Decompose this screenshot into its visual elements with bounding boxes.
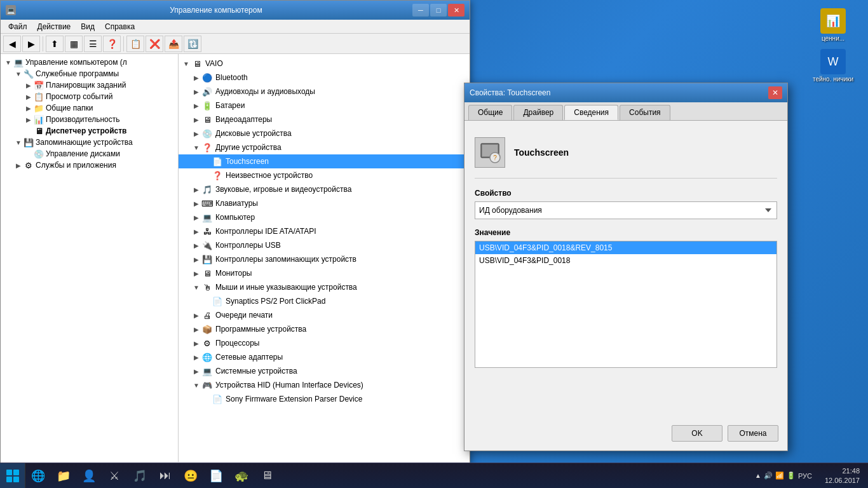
tab-events[interactable]: События <box>620 105 670 120</box>
device-computer[interactable]: ▶ 💻 Компьютер <box>179 210 470 224</box>
expand-video: ▶ <box>191 114 201 125</box>
expand-storage-ctrl: ▶ <box>191 254 201 264</box>
menu-action[interactable]: Действие <box>32 21 76 32</box>
keyboard-lang[interactable]: РУС <box>798 472 812 480</box>
toolbar-sep-1 <box>43 36 43 51</box>
window-content: ▼ 💻 Управление компьютером (л ▼ 🔧 Служеб… <box>1 54 470 462</box>
desktop-icon-1-label: ценни... <box>822 35 844 42</box>
taskbar-sword[interactable]: ⚔ <box>102 463 127 489</box>
label-computer: Компьютер <box>215 213 255 222</box>
network-icon[interactable]: 📶 <box>775 471 784 480</box>
desktop-icon-2[interactable]: W тейно. ничики <box>804 47 862 85</box>
taskbar-face[interactable]: 😐 <box>178 463 203 489</box>
device-network[interactable]: ▶ 🌐 Сетевые адаптеры <box>179 350 470 364</box>
menu-bar: Файл Действие Вид Справка <box>1 20 470 34</box>
device-vaio[interactable]: ▼ 🖥 VAIO <box>179 57 470 71</box>
menu-file[interactable]: Файл <box>3 21 32 32</box>
dialog-close-button[interactable]: ✕ <box>768 86 782 99</box>
device-system[interactable]: ▶ 💻 Системные устройства <box>179 364 470 378</box>
taskbar-media[interactable]: ⏭ <box>153 463 178 489</box>
taskbar-doc[interactable]: 📄 <box>203 463 229 489</box>
icon-computer: 💻 <box>201 212 213 223</box>
tree-icon-events: 📋 <box>34 92 44 102</box>
property-select[interactable]: ИД оборудования <box>475 201 777 219</box>
chevron-up-icon[interactable]: ▲ <box>755 472 761 479</box>
tree-item-perf[interactable]: ▶ 📊 Производительность <box>1 114 178 125</box>
device-keyboards[interactable]: ▶ ⌨ Клавиатуры <box>179 196 470 210</box>
taskbar-explorer[interactable]: 📁 <box>51 463 76 489</box>
minimize-button[interactable]: ─ <box>412 4 429 17</box>
device-hid[interactable]: ▼ 🎮 Устройства HID (Human Interface Devi… <box>179 378 470 392</box>
toolbar-forward[interactable]: ▶ <box>22 36 40 52</box>
toolbar-delete[interactable]: ❌ <box>146 36 163 52</box>
toolbar-list[interactable]: ☰ <box>84 36 102 52</box>
tree-item-tools[interactable]: ▼ 🔧 Служебные программы <box>1 68 178 79</box>
maximize-button[interactable]: □ <box>430 4 447 17</box>
tree-item-folders[interactable]: ▶ 📁 Общие папки <box>1 102 178 114</box>
device-print[interactable]: ▶ 🖨 Очереди печати <box>179 308 470 322</box>
toolbar-refresh[interactable]: 🔃 <box>184 36 201 52</box>
device-bluetooth[interactable]: ▶ 🔵 Bluetooth <box>179 71 470 85</box>
device-other[interactable]: ▼ ❓ Другие устройства <box>179 140 470 154</box>
toolbar-copy[interactable]: 📋 <box>126 36 144 52</box>
device-storage-ctrl[interactable]: ▶ 💾 Контроллеры запоминающих устройств <box>179 252 470 266</box>
tab-details[interactable]: Сведения <box>564 105 618 120</box>
expand-icon-storage: ▼ <box>13 137 24 147</box>
icon-network: 🌐 <box>201 351 213 363</box>
values-item-1[interactable]: USB\VID_04F3&PID_0018 <box>475 254 776 267</box>
device-disk[interactable]: ▶ 💿 Дисковые устройства <box>179 126 470 140</box>
device-processors[interactable]: ▶ ⚙ Процессоры <box>179 336 470 350</box>
tab-general[interactable]: Общие <box>468 105 512 120</box>
device-touchscreen[interactable]: 📄 Touchscreen <box>179 154 470 168</box>
taskbar-chrome[interactable]: 🌐 <box>25 463 51 489</box>
taskbar-user[interactable]: 👤 <box>76 463 102 489</box>
tree-item-diskmgmt[interactable]: 💿 Управление дисками <box>1 148 178 159</box>
toolbar-up[interactable]: ⬆ <box>46 36 64 52</box>
tree-icon-perf: 📊 <box>34 114 44 125</box>
label-sound: Звуковые, игровые и видеоустройства <box>215 185 351 194</box>
tree-item-storage[interactable]: ▼ 💾 Запоминающие устройства <box>1 137 178 148</box>
taskbar-monitor[interactable]: 🖥 <box>254 463 280 489</box>
menu-view[interactable]: Вид <box>76 21 100 32</box>
device-monitors[interactable]: ▶ 🖥 Мониторы <box>179 266 470 280</box>
taskbar-clock[interactable]: 21:48 12.06.2017 <box>820 466 865 485</box>
toolbar-back[interactable]: ◀ <box>3 36 21 52</box>
device-video[interactable]: ▶ 🖥 Видеоадаптеры <box>179 112 470 126</box>
device-ide[interactable]: ▶ 🖧 Контроллеры IDE ATA/ATAPI <box>179 224 470 238</box>
volume-icon[interactable]: 🔊 <box>764 471 773 480</box>
menu-help[interactable]: Справка <box>100 21 140 32</box>
close-button[interactable]: ✕ <box>448 4 465 17</box>
icon-software: 📦 <box>201 323 213 335</box>
tab-driver[interactable]: Драйвер <box>513 105 563 120</box>
device-mice[interactable]: ▼ 🖱 Мыши и иные указывающие устройства <box>179 280 470 294</box>
device-usb[interactable]: ▶ 🔌 Контроллеры USB <box>179 238 470 252</box>
cancel-button[interactable]: Отмена <box>728 425 778 442</box>
toolbar-view[interactable]: ▦ <box>65 36 83 52</box>
taskbar-music[interactable]: 🎵 <box>127 463 153 489</box>
device-unknown[interactable]: ❓ Неизвестное устройство <box>179 168 470 182</box>
ok-button[interactable]: OK <box>672 425 722 442</box>
tree-item-scheduler[interactable]: ▶ 📅 Планировщик заданий <box>1 79 178 91</box>
tree-item-devmgr[interactable]: 🖥 Диспетчер устройств <box>1 125 178 137</box>
icon-usb: 🔌 <box>201 240 213 251</box>
toolbar-help[interactable]: ❓ <box>103 36 121 52</box>
tree-icon-scheduler: 📅 <box>34 80 44 90</box>
device-software[interactable]: ▶ 📦 Программные устройства <box>179 322 470 336</box>
taskbar-right: ▲ 🔊 📶 🔋 РУС 21:48 12.06.2017 <box>751 463 868 488</box>
device-battery[interactable]: ▶ 🔋 Батареи <box>179 98 470 112</box>
icon-touchscreen: 📄 <box>212 156 223 167</box>
values-item-0[interactable]: USB\VID_04F3&PID_0018&REV_8015 <box>475 241 776 254</box>
tree-item-root[interactable]: ▼ 💻 Управление компьютером (л <box>1 57 178 68</box>
device-sound[interactable]: ▶ 🎵 Звуковые, игровые и видеоустройства <box>179 182 470 196</box>
tree-item-events[interactable]: ▶ 📋 Просмотр событий <box>1 91 178 102</box>
battery-icon[interactable]: 🔋 <box>787 471 796 480</box>
taskbar-turtle[interactable]: 🐢 <box>229 463 254 489</box>
expand-icon-diskmgmt <box>24 149 34 159</box>
toolbar-export[interactable]: 📤 <box>165 36 182 52</box>
tree-item-services[interactable]: ▶ ⚙ Службы и приложения <box>1 159 178 171</box>
device-synaptics[interactable]: 📄 Synaptics PS/2 Port ClickPad <box>179 294 470 308</box>
device-sony[interactable]: 📄 Sony Firmware Extension Parser Device <box>179 392 470 406</box>
device-audio[interactable]: ▶ 🔊 Аудиовходы и аудиовыходы <box>179 85 470 98</box>
start-button[interactable] <box>0 463 25 489</box>
desktop-icon-1[interactable]: 📊 ценни... <box>804 6 862 44</box>
